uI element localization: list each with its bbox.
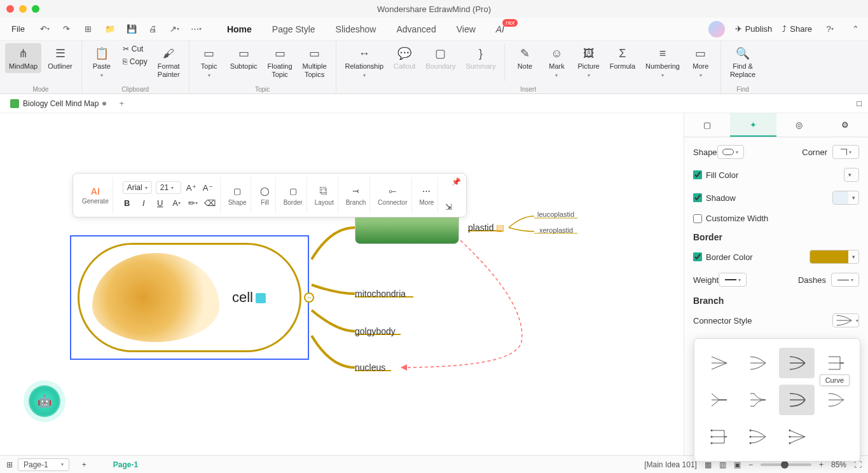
new-icon[interactable]: ⊞ [81,22,96,37]
collapse-handle[interactable]: − [304,292,314,303]
conn-style-11[interactable] [779,422,815,452]
publish-button[interactable]: ✈Publish [735,24,773,34]
conn-style-3[interactable] [779,348,815,378]
ft-connector-button[interactable]: ⟜Connector [374,177,411,213]
ft-fill-button[interactable]: ◯Fill [255,177,276,213]
root-node-cell[interactable]: cell − [70,235,309,360]
page-tab[interactable]: Page-1 [106,458,146,472]
callout-button[interactable]: 💬Callout [390,43,419,73]
mindmap-mode-button[interactable]: ⋔ MindMap [5,43,41,73]
clear-format-icon[interactable]: ⌫ [203,196,216,209]
conn-style-10[interactable] [740,422,776,452]
conn-style-5[interactable] [701,385,736,415]
panel-tab-page[interactable]: ▢ [684,113,730,137]
zoom-thumb[interactable] [781,461,789,469]
help-icon[interactable]: ?▾ [822,22,837,37]
add-tab-button[interactable]: + [114,99,129,108]
ft-shape-button[interactable]: ▢Shape [224,177,251,213]
ft-more-button[interactable]: ⋯More [416,177,439,213]
close-window-icon[interactable] [6,5,14,13]
multiple-topics-button[interactable]: ▭Multiple Topics [299,43,331,81]
fill-color-swatch[interactable]: ▾ [844,168,859,182]
panel-tab-icon[interactable]: ◎ [776,113,822,137]
relationship-button[interactable]: ↔Relationship▾ [341,43,388,81]
boundary-button[interactable]: ▢Boundary [422,43,459,73]
redo-icon[interactable]: ↷ [59,22,74,37]
open-icon[interactable]: 📁 [102,22,118,37]
bold-icon[interactable]: B [121,196,134,209]
export-icon[interactable]: ↗▾ [167,22,183,37]
note-button[interactable]: ✎Note [510,43,539,73]
more-button[interactable]: ▭More▾ [686,43,715,81]
format-painter-button[interactable]: 🖌 Format Painter [154,43,184,81]
maximize-window-icon[interactable] [32,5,39,13]
save-icon[interactable]: 💾 [124,22,139,37]
shadow-checkbox[interactable]: Shadow [693,193,736,203]
corner-select[interactable]: ▾ [832,145,859,159]
italic-icon[interactable]: I [137,196,150,209]
leaf-xeroplastid[interactable]: xeroplastid [539,226,573,234]
underline-icon[interactable]: U [154,196,167,209]
user-avatar[interactable] [708,21,725,38]
fill-color-checkbox[interactable]: Fill Color [693,170,738,180]
conn-style-2[interactable] [740,348,776,378]
ft-ai-group[interactable]: AI Generate [78,177,113,213]
outline-view-icon[interactable]: ⊞ [6,460,13,469]
tab-slideshow[interactable]: Slideshow [326,19,387,39]
zoom-slider[interactable] [761,463,811,466]
shape-select[interactable]: ▾ [717,145,744,159]
border-color-checkbox[interactable]: Border Color [693,252,753,262]
file-menu[interactable]: File [5,22,31,36]
minimize-window-icon[interactable] [19,5,27,13]
subtopic-button[interactable]: ▭Subtopic [226,43,261,73]
add-page-button[interactable]: + [82,460,86,469]
numbering-button[interactable]: ≡Numbering▾ [642,43,684,81]
page-select[interactable]: Page-1▾ [18,458,69,471]
shadow-swatch[interactable]: ▾ [832,191,859,205]
doc-tab-biology[interactable]: Biology Cell Mind Map [3,96,114,111]
conn-style-7[interactable] [779,385,815,415]
panel-tab-style[interactable]: ✦ [730,113,776,137]
cut-button[interactable]: ✂Cut [119,43,151,55]
decrease-font-icon[interactable]: A⁻ [202,181,214,194]
picture-button[interactable]: 🖼Picture▾ [574,43,603,81]
tab-home[interactable]: Home [217,19,262,39]
copy-button[interactable]: ⎘Copy [119,56,151,67]
dashes-select[interactable]: ▾ [831,273,859,287]
conn-style-6[interactable] [740,385,776,415]
toggle-panel-icon[interactable]: □ [857,99,868,108]
font-size-select[interactable]: 21 ▾ [156,181,181,194]
formula-button[interactable]: ΣFormula [606,43,639,73]
ft-layout-button[interactable]: ⿻Layout [311,177,338,213]
conn-style-8[interactable] [818,385,854,415]
tab-page-style[interactable]: Page Style [262,19,326,39]
canvas[interactable]: plastid ▤ leucoplastid xeroplastid mitoc… [0,113,684,455]
find-replace-button[interactable]: 🔍Find & Replace [726,43,759,81]
increase-font-icon[interactable]: A⁺ [185,181,198,194]
subtopic-nucleus[interactable]: nucleus [355,362,385,373]
ft-border-button[interactable]: ▢Border [280,177,307,213]
subtopic-plastid[interactable]: plastid ▤ [468,223,504,233]
subtopic-golgybody[interactable]: golgybody [355,326,396,336]
font-color-icon[interactable]: A▾ [170,196,183,209]
ft-branch-button[interactable]: ⤙Branch [342,177,371,213]
print-icon[interactable]: 🖨 [146,22,161,37]
expand-toolbar-icon[interactable]: ⇲ [442,200,455,213]
border-color-swatch[interactable]: ▾ [809,250,859,264]
collapse-ribbon-icon[interactable]: ⌃ [848,22,863,37]
leaf-leucoplastid[interactable]: leucoplastid [537,210,574,218]
notes-icon[interactable] [256,293,266,303]
floating-topic-button[interactable]: ▭Floating Topic [263,43,296,81]
font-select[interactable]: Arial ▾ [123,181,152,194]
customize-width-checkbox[interactable]: Customize Width [693,214,768,223]
tab-advanced[interactable]: Advanced [386,19,446,39]
topic-button[interactable]: ▭Topic▾ [195,43,224,81]
highlight-icon[interactable]: ✏▾ [187,196,200,209]
pin-icon[interactable]: 📌 [451,177,461,186]
conn-style-9[interactable] [701,422,736,452]
paste-button[interactable]: 📋 Paste▾ [87,43,116,81]
outliner-mode-button[interactable]: ☰ Outliner [44,43,76,73]
weight-select[interactable]: ▾ [719,273,747,287]
summary-button[interactable]: }Summary [462,43,499,73]
subtopic-mitochondria[interactable]: mitochondria [355,289,406,299]
